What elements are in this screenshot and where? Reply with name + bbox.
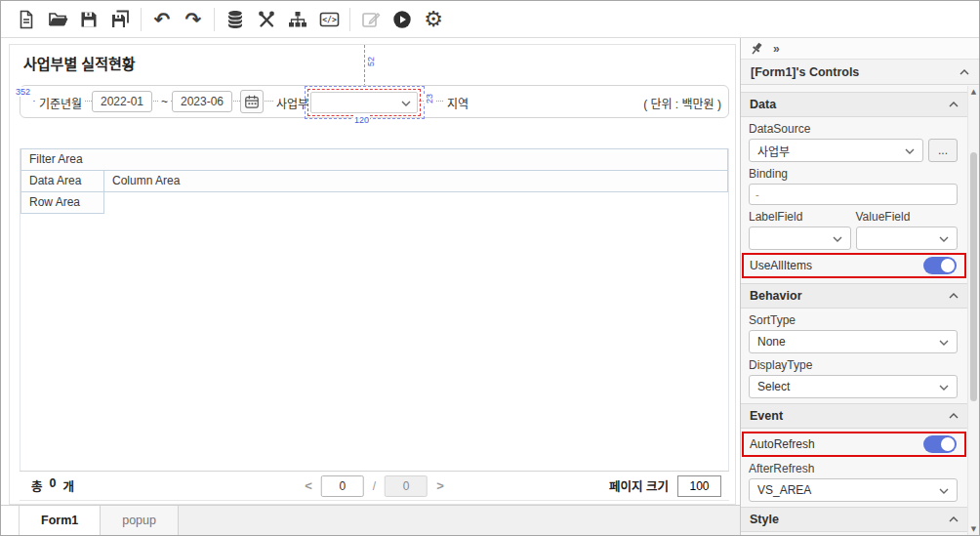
calendar-icon — [244, 94, 260, 109]
undo-button[interactable]: ↶ — [146, 5, 178, 34]
sitemap-button[interactable] — [282, 5, 313, 34]
guide-left-label: 352 — [15, 87, 31, 97]
section-data-title: Data — [750, 98, 776, 111]
total-value: 0 — [50, 476, 57, 495]
section-event-title: Event — [750, 409, 783, 423]
run-button[interactable] — [387, 5, 418, 34]
chevron-up-icon — [960, 69, 969, 75]
binding-label: Binding — [749, 167, 958, 181]
guide-width-label: 120 — [353, 115, 370, 125]
range-separator: ~ — [158, 95, 171, 108]
useallitems-label: UseAllItems — [750, 259, 812, 272]
division-dropdown[interactable] — [310, 92, 418, 113]
datasource-value: 사업부 — [757, 143, 790, 159]
displaytype-label: DisplayType — [749, 358, 958, 372]
tab-form1[interactable]: Form1 — [20, 506, 101, 535]
section-data[interactable]: Data — [741, 92, 967, 117]
valuefield-dropdown[interactable] — [856, 227, 959, 250]
tab-popup[interactable]: popup — [101, 506, 179, 535]
gear-icon: ⚙ — [424, 9, 443, 30]
chevron-down-icon — [939, 488, 949, 494]
date-from-input[interactable] — [92, 91, 152, 112]
chevron-down-icon — [833, 236, 842, 242]
section-behavior[interactable]: Behavior — [741, 283, 967, 309]
sorttype-value: None — [757, 335, 786, 349]
svg-text:</>: </> — [322, 15, 337, 23]
datasource-label: DataSource — [749, 122, 958, 136]
binding-input[interactable]: - — [749, 184, 958, 205]
sorttype-dropdown[interactable]: None — [749, 330, 958, 353]
displaytype-dropdown[interactable]: Select — [749, 375, 958, 398]
total-pages-input — [385, 475, 428, 497]
labelfield-label: LabelField — [749, 210, 851, 224]
open-folder-icon — [48, 10, 68, 29]
total-count: 총 0 개 — [31, 476, 74, 495]
save-button[interactable] — [73, 5, 104, 34]
form-tab-bar: Form1 popup — [1, 505, 740, 535]
useallitems-toggle[interactable] — [923, 257, 957, 274]
pager-bar: 총 0 개 < / > 페이지 크기 — [20, 471, 729, 501]
section-behavior-title: Behavior — [750, 289, 802, 303]
new-document-icon — [17, 10, 36, 29]
next-page-button[interactable]: > — [436, 478, 444, 493]
database-button[interactable] — [220, 5, 251, 34]
settings-button[interactable]: ⚙ — [418, 5, 449, 34]
page-size-control: 페이지 크기 — [609, 475, 721, 497]
code-icon: </> — [319, 10, 340, 29]
chevron-up-icon — [949, 516, 959, 522]
date-to-input[interactable] — [172, 91, 232, 112]
panel-scrollbar[interactable]: ▲ ▼ — [967, 86, 979, 535]
sitemap-icon — [288, 10, 307, 29]
run-icon — [392, 10, 412, 29]
panel-title: [Form1]'s Controls — [751, 65, 859, 79]
save-all-button[interactable] — [104, 5, 136, 34]
tools-button[interactable] — [251, 5, 282, 34]
redo-icon: ↷ — [185, 10, 202, 29]
filter-area-cell[interactable]: Filter Area — [20, 148, 728, 171]
pin-icon[interactable] — [749, 41, 764, 57]
panel-title-bar[interactable]: [Form1]'s Controls — [741, 60, 979, 85]
sorttype-label: SortType — [749, 313, 958, 327]
labelfield-dropdown[interactable] — [749, 227, 851, 250]
datasource-dropdown[interactable]: 사업부 — [749, 139, 923, 162]
scrollbar-thumb[interactable] — [970, 152, 977, 401]
column-area-cell[interactable]: Column Area — [103, 170, 728, 192]
displaytype-value: Select — [757, 380, 790, 393]
code-button[interactable]: </> — [313, 5, 345, 34]
prev-page-button[interactable]: < — [305, 478, 312, 493]
chevron-down-icon — [939, 236, 949, 242]
properties-panel: » [Form1]'s Controls Data DataSource 사업부… — [740, 38, 979, 535]
scroll-down-icon[interactable]: ▼ — [968, 525, 979, 533]
page-size-label: 페이지 크기 — [609, 476, 669, 495]
page-size-input[interactable] — [677, 475, 721, 497]
collapse-panel-icon[interactable]: » — [773, 42, 779, 56]
region-label: 지역 — [444, 95, 471, 111]
current-page-input[interactable] — [321, 475, 364, 497]
datasource-more-button[interactable]: ... — [928, 139, 958, 162]
undo-icon: ↶ — [154, 10, 171, 29]
new-document-button[interactable] — [11, 5, 42, 34]
valuefield-label: ValueField — [856, 210, 959, 224]
section-style[interactable]: Style — [741, 507, 967, 532]
redo-button[interactable]: ↷ — [178, 5, 209, 34]
data-area-cell[interactable]: Data Area — [20, 170, 104, 192]
pivot-grid: Filter Area Data Area Column Area Row Ar… — [20, 148, 729, 471]
scroll-up-icon[interactable]: ▲ — [968, 88, 979, 96]
edit-button[interactable] — [355, 5, 387, 34]
section-event[interactable]: Event — [741, 403, 967, 429]
afterrefresh-label: AfterRefresh — [749, 462, 958, 475]
afterrefresh-dropdown[interactable]: VS_AREA — [749, 478, 958, 502]
useallitems-row: UseAllItems — [742, 253, 966, 278]
toolbar-separator — [141, 8, 142, 31]
guide-top-label: 52 — [365, 57, 377, 66]
panel-content: Data DataSource 사업부 ... Binding - LabelF… — [741, 86, 967, 535]
row-area-cell[interactable]: Row Area — [20, 191, 104, 214]
guide-height-label: 23 — [424, 94, 435, 103]
afterrefresh-value: VS_AREA — [757, 483, 811, 497]
page-divider: / — [373, 479, 376, 493]
base-month-label: 기준년월 — [36, 95, 85, 111]
open-folder-button[interactable] — [42, 5, 73, 34]
chevron-down-icon — [939, 385, 949, 391]
calendar-button[interactable] — [240, 90, 264, 113]
autorefresh-toggle[interactable] — [923, 435, 957, 453]
